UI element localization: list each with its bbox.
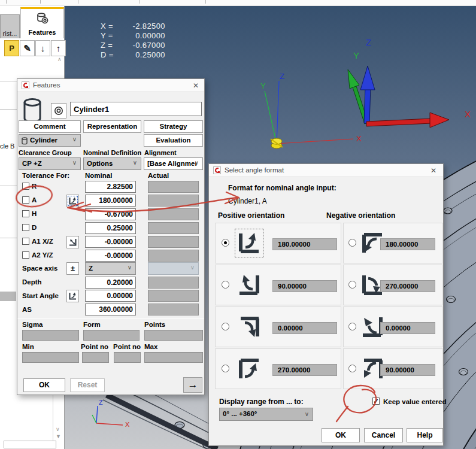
feature-type-select[interactable]: Cylinder ∨ bbox=[19, 134, 81, 147]
space-axis-select[interactable]: Z∨ bbox=[85, 262, 136, 275]
a1-nominal-field[interactable]: -0.00000 bbox=[85, 236, 136, 248]
coordinate-readout: X =-2.82500 Y =0.00000 Z =-0.67000 D =0.… bbox=[101, 22, 165, 60]
depth-label: Depth bbox=[22, 278, 42, 286]
features-dialog-titlebar[interactable]: Features ✕ bbox=[17, 79, 204, 92]
probe-button[interactable]: P bbox=[4, 40, 19, 56]
radio-neg-270[interactable] bbox=[348, 281, 356, 289]
chevron-down-icon: ∨ bbox=[188, 264, 197, 271]
tab-characteristics[interactable]: rist... bbox=[0, 14, 20, 38]
angle-value-neg-180: 180.00000 bbox=[380, 238, 435, 250]
start-angle-format-button[interactable] bbox=[66, 290, 79, 302]
angle-subject: Cylinder1, A bbox=[228, 197, 267, 205]
display-range-select[interactable]: 0° ... +360° ∨ bbox=[219, 408, 313, 421]
depth-field[interactable]: 0.20000 bbox=[85, 277, 136, 289]
tolerance-a-checkbox[interactable] bbox=[22, 196, 29, 204]
angle-format-button[interactable] bbox=[66, 195, 79, 207]
r-nominal-field[interactable]: 2.82500 bbox=[85, 181, 136, 193]
features-close-icon[interactable]: ✕ bbox=[191, 81, 201, 90]
representation-button[interactable]: Representation bbox=[83, 120, 141, 133]
clearance-group-select[interactable]: CP +Z∨ bbox=[19, 157, 81, 170]
tolerance-a1-checkbox[interactable] bbox=[22, 238, 29, 245]
a2-nominal-field[interactable]: -0.00000 bbox=[85, 250, 136, 262]
radio-pos-180[interactable] bbox=[222, 239, 229, 247]
docked-panel-edge bbox=[4, 441, 56, 448]
angle-option-neg-270[interactable]: 270.00000 bbox=[343, 265, 443, 305]
chevron-down-icon: ∨ bbox=[192, 159, 201, 166]
angle-format-icon bbox=[68, 196, 77, 205]
angle-option-neg-180[interactable]: 180.00000 bbox=[343, 223, 443, 263]
tolerance-a2-checkbox[interactable] bbox=[22, 251, 29, 259]
app-window: Z Y X Z Y X Z X bbox=[0, 0, 476, 449]
move-down-button[interactable]: ↓ bbox=[35, 40, 50, 56]
radio-neg-180[interactable] bbox=[348, 239, 356, 247]
evaluation-button[interactable]: Evaluation bbox=[144, 134, 203, 147]
angle-ok-button[interactable]: OK bbox=[322, 428, 360, 442]
angle-option-neg-0[interactable]: 0.00000 bbox=[343, 307, 443, 347]
start-angle-field[interactable]: 0.00000 bbox=[85, 290, 136, 302]
angle-option-pos-270[interactable]: 270.00000 bbox=[215, 348, 341, 389]
edit-button[interactable]: ✎ bbox=[20, 40, 35, 56]
down-arrow-icon: ↓ bbox=[41, 43, 46, 53]
tolerance-d-checkbox[interactable] bbox=[22, 224, 29, 231]
radio-pos-90[interactable] bbox=[222, 281, 229, 289]
angle-value-neg-270: 270.00000 bbox=[380, 280, 435, 292]
h-nominal-field[interactable]: -0.67000 bbox=[85, 208, 136, 220]
angle-help-button[interactable]: Help bbox=[407, 428, 443, 442]
tree-selected-row[interactable] bbox=[0, 292, 16, 301]
alignment-select[interactable]: [Base Alignmeı∨ bbox=[144, 157, 203, 170]
tree-scroll-up[interactable]: ∧ bbox=[57, 56, 62, 62]
readout-y-value: 0.00000 bbox=[121, 31, 165, 41]
panel-scroll-down-solid[interactable]: ▼ bbox=[56, 433, 61, 439]
angle-dialog-titlebar[interactable]: Select angle format ✕ bbox=[209, 164, 443, 177]
radio-neg-90[interactable] bbox=[348, 365, 356, 372]
angle-option-pos-0[interactable]: 0.00000 bbox=[215, 307, 341, 347]
angle-value-neg-0: 0.00000 bbox=[380, 322, 435, 334]
radio-neg-0[interactable] bbox=[348, 323, 356, 330]
angle-option-pos-180[interactable]: 180.00000 bbox=[215, 223, 341, 263]
tolerance-h-checkbox[interactable] bbox=[22, 210, 29, 217]
row-r-label: R bbox=[32, 183, 37, 190]
feature-name-input[interactable] bbox=[70, 102, 202, 116]
radio-pos-0[interactable] bbox=[222, 323, 229, 330]
angle-value-neg-90: 90.00000 bbox=[380, 364, 435, 376]
features-next-button[interactable]: → bbox=[183, 377, 202, 393]
display-range-label: Display range from ... to: bbox=[219, 398, 304, 406]
h-actual-field bbox=[148, 208, 199, 220]
angle-option-pos-90[interactable]: 90.00000 bbox=[215, 265, 341, 305]
tree-item-circle-b[interactable]: cle B bbox=[0, 142, 16, 150]
angle-icon-pos-180 bbox=[237, 231, 261, 255]
tolerance-r-checkbox[interactable] bbox=[22, 183, 29, 190]
keep-value-checkbox[interactable]: ✓ bbox=[372, 398, 380, 405]
a-nominal-field[interactable]: 180.00000 bbox=[85, 195, 136, 207]
alignment-label: Alignment bbox=[144, 149, 177, 156]
strategy-button[interactable]: Strategy bbox=[144, 120, 203, 133]
a1-projection-button[interactable] bbox=[66, 236, 79, 248]
panel-scroll-down[interactable]: ∨ bbox=[56, 426, 60, 432]
radio-pos-270[interactable] bbox=[222, 365, 229, 372]
tab-features[interactable]: Features bbox=[20, 7, 64, 38]
move-up-button[interactable]: ↑ bbox=[51, 40, 66, 56]
angle-value-pos-270: 270.00000 bbox=[272, 364, 337, 376]
a1-actual-field bbox=[148, 236, 199, 248]
sigma-label: Sigma bbox=[22, 321, 43, 328]
features-ok-button[interactable]: OK bbox=[23, 378, 65, 392]
plus-minus-button[interactable]: ± bbox=[66, 262, 79, 275]
angle-close-icon[interactable]: ✕ bbox=[429, 166, 438, 175]
recall-feature-button[interactable] bbox=[51, 103, 66, 119]
angle-icon-pos-0 bbox=[237, 315, 261, 339]
angle-cancel-button[interactable]: Cancel bbox=[364, 428, 403, 442]
nominal-definition-select[interactable]: Options∨ bbox=[83, 157, 141, 170]
angle-value-pos-180: 180.00000 bbox=[272, 238, 337, 250]
nominal-definition-label: Nominal Definition bbox=[83, 149, 141, 156]
as-field[interactable]: 360.00000 bbox=[85, 304, 136, 315]
next-arrow-icon: → bbox=[188, 379, 198, 390]
angle-option-neg-90[interactable]: 90.00000 bbox=[343, 348, 443, 389]
features-reset-button[interactable]: Reset bbox=[70, 378, 105, 392]
readout-x-value: -2.82500 bbox=[121, 22, 165, 31]
actual-header: Actual bbox=[148, 172, 169, 179]
readout-d-value: 0.25000 bbox=[121, 50, 165, 60]
negative-orientation-heading: Negative orientation bbox=[326, 211, 395, 220]
d-nominal-field[interactable]: 0.25000 bbox=[85, 222, 136, 234]
features-tab-icon bbox=[35, 12, 50, 25]
comment-button[interactable]: Comment bbox=[19, 120, 81, 133]
